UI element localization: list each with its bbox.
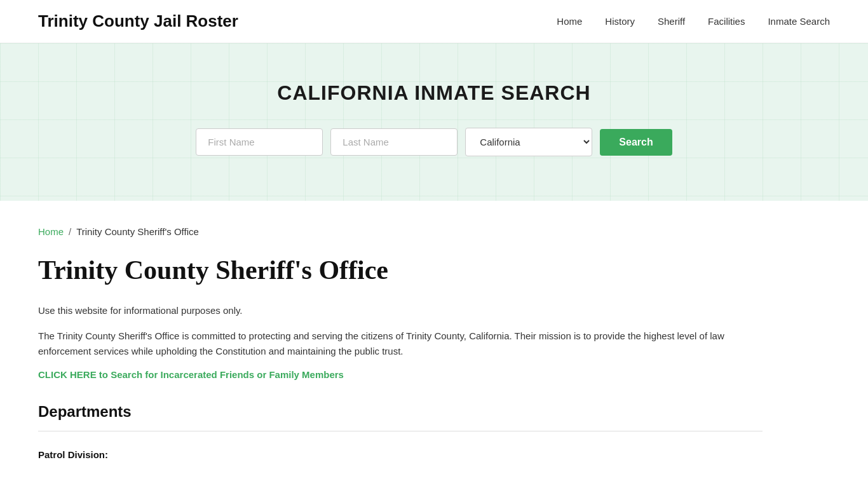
hero-section: CALIFORNIA INMATE SEARCH California Alab… [0, 43, 868, 201]
breadcrumb-current: Trinity County Sheriff's Office [76, 226, 199, 237]
site-header: Trinity County Jail Roster Home History … [0, 0, 868, 43]
nav-history[interactable]: History [605, 16, 635, 27]
description-2: The Trinity County Sheriff's Office is c… [38, 329, 737, 359]
nav-facilities[interactable]: Facilities [708, 16, 745, 27]
first-name-input[interactable] [196, 128, 323, 156]
breadcrumb: Home / Trinity County Sheriff's Office [38, 226, 763, 237]
nav-inmate-search[interactable]: Inmate Search [768, 16, 830, 27]
patrol-division-label: Patrol Division: [38, 449, 763, 460]
last-name-input[interactable] [330, 128, 458, 156]
search-button[interactable]: Search [600, 129, 672, 156]
breadcrumb-home-link[interactable]: Home [38, 226, 64, 237]
hero-title: CALIFORNIA INMATE SEARCH [13, 81, 855, 105]
nav-home[interactable]: Home [557, 16, 582, 27]
nav-sheriff[interactable]: Sheriff [658, 16, 685, 27]
main-nav: Home History Sheriff Facilities Inmate S… [557, 16, 830, 27]
breadcrumb-separator: / [69, 226, 71, 237]
page-title: Trinity County Sheriff's Office [38, 255, 763, 285]
state-select[interactable]: California Alabama Alaska Arizona Arkans… [465, 128, 592, 156]
site-logo[interactable]: Trinity County Jail Roster [38, 11, 238, 31]
inmate-search-form: California Alabama Alaska Arizona Arkans… [13, 128, 855, 156]
divider [38, 431, 763, 431]
main-content: Home / Trinity County Sheriff's Office T… [0, 201, 801, 488]
cta-search-link[interactable]: CLICK HERE to Search for Incarcerated Fr… [38, 369, 763, 380]
description-1: Use this website for informational purpo… [38, 303, 737, 318]
departments-heading: Departments [38, 403, 763, 421]
